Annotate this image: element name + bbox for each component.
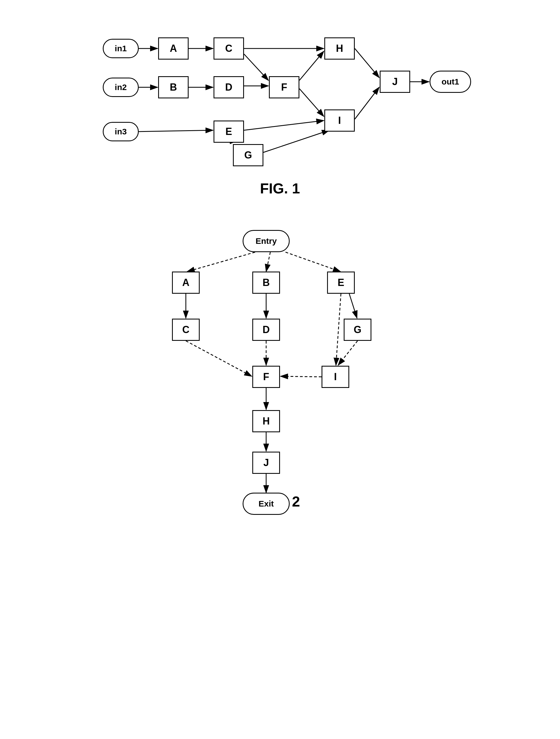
- fig2-diagram: Entry A B E C D G F I H J Exit: [155, 225, 405, 490]
- fig1-node-in1: in1: [103, 39, 139, 58]
- fig1-node-F: F: [269, 76, 300, 98]
- fig1-arrows: [86, 22, 474, 177]
- fig1-node-out1: out1: [429, 70, 471, 93]
- fig1-diagram: in1 in2 in3 A B C D E F G H I J out1: [86, 22, 474, 177]
- svg-line-14: [355, 48, 379, 78]
- fig1-node-H: H: [324, 37, 355, 59]
- svg-line-9: [244, 121, 324, 130]
- fig1-node-E: E: [213, 121, 244, 143]
- fig2-node-C: C: [172, 319, 200, 341]
- svg-line-4: [244, 54, 268, 81]
- fig2-node-E: E: [327, 272, 355, 294]
- svg-line-15: [355, 87, 379, 119]
- fig1-node-C: C: [213, 37, 244, 59]
- fig2-node-B: B: [252, 272, 280, 294]
- fig2-node-H: H: [252, 410, 280, 432]
- fig1-node-in3: in3: [103, 122, 139, 141]
- fig2-node-exit: Exit: [243, 493, 290, 515]
- svg-line-27: [338, 341, 358, 365]
- fig2-node-entry: Entry: [243, 230, 290, 252]
- svg-line-23: [336, 294, 341, 365]
- fig1-node-B: B: [158, 76, 189, 98]
- svg-line-8: [139, 130, 213, 132]
- page-container: in1 in2 in3 A B C D E F G H I J out1 FIG…: [86, 0, 474, 532]
- fig1-node-in2: in2: [103, 78, 139, 97]
- fig2-arrows: [155, 225, 405, 490]
- svg-line-12: [300, 51, 324, 81]
- fig2-node-J: J: [252, 452, 280, 474]
- svg-line-25: [186, 341, 252, 376]
- svg-line-24: [349, 294, 357, 318]
- fig1-node-A: A: [158, 37, 189, 59]
- svg-line-13: [300, 89, 324, 116]
- fig2-node-A: A: [172, 272, 200, 294]
- fig2-node-I: I: [322, 366, 349, 388]
- fig2-node-G: G: [344, 319, 371, 341]
- fig1-node-D: D: [213, 76, 244, 98]
- fig1-node-G: G: [233, 144, 263, 166]
- fig2-node-F: F: [252, 366, 280, 388]
- svg-line-19: [266, 252, 270, 272]
- fig2-node-D: D: [252, 319, 280, 341]
- svg-line-11: [263, 130, 329, 152]
- svg-line-20: [286, 252, 340, 272]
- fig1-node-J: J: [380, 70, 410, 93]
- fig1-node-I: I: [324, 110, 355, 132]
- fig1-label: FIG. 1: [260, 180, 300, 197]
- svg-line-18: [187, 252, 255, 272]
- svg-line-28: [281, 376, 322, 377]
